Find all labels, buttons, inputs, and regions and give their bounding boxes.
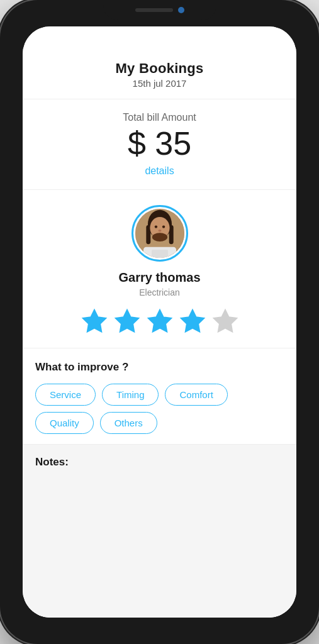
bill-label: Total bill Amount [35,112,284,123]
provider-name: Garry thomas [35,270,284,285]
avatar [132,205,188,262]
tag-quality[interactable]: Quality [35,412,94,434]
details-link[interactable]: details [35,165,284,177]
tag-timing[interactable]: Timing [102,384,159,406]
svg-marker-13 [148,310,171,332]
svg-marker-14 [181,310,204,332]
svg-point-6 [154,226,157,228]
rating-stars [35,308,284,335]
svg-rect-3 [169,225,173,244]
page-title: My Bookings [35,60,284,77]
svg-rect-10 [152,250,168,258]
star-5[interactable] [211,308,239,335]
speaker [135,8,173,12]
tag-comfort[interactable]: Comfort [165,384,227,406]
tag-others[interactable]: Others [100,412,157,434]
provider-section: Garry thomas Electrician [23,190,296,348]
bill-amount: $ 35 [35,126,284,162]
bottom-area [23,592,296,618]
tags-row: Service Timing Comfort Quality Others [35,384,284,434]
camera [178,7,184,13]
notes-section: Notes: [23,445,296,592]
svg-marker-12 [115,310,138,332]
svg-point-7 [162,226,164,228]
star-1[interactable] [81,308,108,335]
star-3[interactable] [146,308,174,335]
svg-marker-11 [82,310,106,332]
bill-section: Total bill Amount $ 35 details [23,99,296,190]
avatar-image [135,209,184,258]
improve-title: What to improve ? [35,361,284,374]
notch [103,0,216,20]
star-4[interactable] [179,308,206,335]
status-bar [23,26,296,54]
svg-rect-2 [146,225,150,244]
booking-date: 15th jul 2017 [35,78,284,89]
main-content: My Bookings 15th jul 2017 Total bill Amo… [23,54,296,618]
svg-marker-15 [213,310,237,332]
notes-label: Notes: [35,456,284,469]
improve-section: What to improve ? Service Timing Comfort… [23,348,296,445]
phone-frame: My Bookings 15th jul 2017 Total bill Amo… [0,0,319,644]
svg-point-8 [158,230,161,231]
notes-input[interactable] [35,475,284,519]
screen: My Bookings 15th jul 2017 Total bill Amo… [23,26,296,618]
provider-role: Electrician [35,287,284,297]
tag-service[interactable]: Service [35,384,96,406]
svg-point-5 [152,233,167,242]
star-2[interactable] [113,308,141,335]
header: My Bookings 15th jul 2017 [23,54,296,99]
